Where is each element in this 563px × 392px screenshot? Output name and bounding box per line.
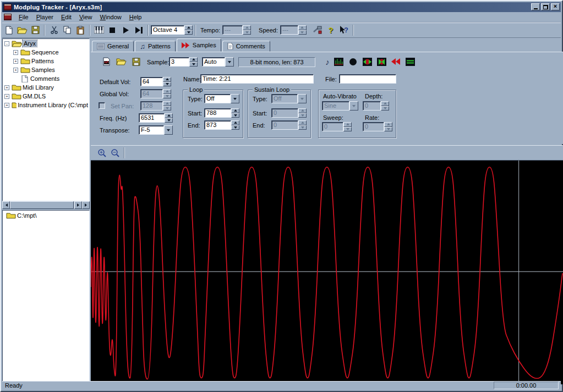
tree-item-label[interactable]: Sequence <box>30 49 60 56</box>
tab-patterns[interactable]: ♫ Patterns <box>135 41 176 52</box>
tree-item-midi-library[interactable]: + Midi Library <box>3 83 89 92</box>
speed-updown[interactable] <box>298 25 307 35</box>
menu-window[interactable]: Window <box>96 13 125 21</box>
octave-updown[interactable] <box>184 25 193 35</box>
zoom-out-button[interactable] <box>108 147 122 159</box>
default-vol-updown[interactable] <box>163 77 171 86</box>
new-sample-button[interactable] <box>100 56 113 68</box>
transpose-value[interactable]: F-5 <box>139 125 164 135</box>
default-vol-spinner[interactable]: 64 <box>140 77 171 86</box>
tree-item-label[interactable]: Patterns <box>30 58 55 64</box>
upsample-button[interactable] <box>375 56 388 68</box>
chevron-down-icon[interactable] <box>164 125 173 135</box>
tree-item-label[interactable]: Midi Library <box>21 84 55 91</box>
tree-item-aryx[interactable]: - Aryx <box>3 39 89 48</box>
library-path-label[interactable]: C:\mpt\ <box>16 212 37 219</box>
expand-icon[interactable]: + <box>4 103 9 108</box>
expand-icon[interactable]: + <box>4 94 9 99</box>
file-field[interactable] <box>339 74 396 84</box>
name-field[interactable]: Time: 2:21 <box>200 74 314 84</box>
loop-type-value[interactable]: Off <box>204 94 231 103</box>
default-vol-value[interactable]: 64 <box>140 77 163 86</box>
scroll-right-button[interactable] <box>74 201 82 209</box>
expand-icon[interactable]: + <box>13 68 18 73</box>
tab-general[interactable]: General <box>92 41 134 52</box>
pane-splitter-button[interactable] <box>82 201 90 209</box>
tree-item-instrument-library[interactable]: + Instrument Library (C:\mpt <box>3 101 89 109</box>
sample-number-value[interactable]: 3 <box>169 57 189 67</box>
minimize-button[interactable] <box>531 3 540 10</box>
expand-icon[interactable]: + <box>13 50 18 55</box>
loop-start-spinner[interactable]: 788 <box>204 108 239 118</box>
normalize-button[interactable] <box>332 56 345 68</box>
reverse-button[interactable] <box>389 56 402 68</box>
scroll-left-button[interactable] <box>2 201 10 209</box>
title-bar[interactable]: Modplug Tracker - [Aryx.s3m] × <box>2 2 561 12</box>
midi-keyboard-button[interactable] <box>92 24 106 36</box>
open-sample-button[interactable] <box>114 56 128 68</box>
expand-icon[interactable]: + <box>4 85 9 90</box>
freq-value[interactable]: 6531 <box>139 113 165 123</box>
tab-samples[interactable]: Samples <box>177 38 221 52</box>
loop-end-value[interactable]: 873 <box>204 120 231 130</box>
tree-horizontal-scrollbar[interactable] <box>2 201 90 209</box>
stop-button[interactable] <box>106 24 119 36</box>
loop-end-updown[interactable] <box>231 120 239 130</box>
set-pan-checkbox[interactable] <box>99 102 105 109</box>
transpose-combo[interactable]: F-5 <box>139 125 173 135</box>
speed-spinner[interactable]: --- <box>280 25 307 35</box>
tree-item-sequence[interactable]: + Sequence <box>3 48 89 57</box>
record-button[interactable] <box>346 56 359 68</box>
about-button[interactable]: ? <box>324 24 337 36</box>
scrollbar-thumb[interactable] <box>10 201 74 209</box>
cut-button[interactable] <box>47 24 61 36</box>
menu-view[interactable]: View <box>75 13 96 21</box>
loop-start-value[interactable]: 788 <box>204 108 231 118</box>
loop-start-updown[interactable] <box>231 108 239 118</box>
silence-button[interactable] <box>403 56 417 68</box>
tree-item-label[interactable]: Instrument Library (C:\mpt <box>17 102 89 108</box>
menu-file[interactable]: File <box>15 13 32 21</box>
restore-button[interactable] <box>541 3 550 10</box>
chevron-down-icon[interactable] <box>231 94 239 103</box>
tempo-updown[interactable] <box>243 25 251 35</box>
zoom-in-button[interactable] <box>95 147 108 159</box>
loop-end-spinner[interactable]: 873 <box>204 120 239 130</box>
play-button[interactable] <box>119 24 132 36</box>
open-file-button[interactable] <box>15 24 29 36</box>
downsample-button[interactable] <box>360 56 374 68</box>
expand-icon[interactable]: + <box>13 59 18 64</box>
freq-spinner[interactable]: 6531 <box>139 113 173 123</box>
tree-item-samples[interactable]: + Samples <box>3 65 89 74</box>
collapse-icon[interactable]: - <box>4 41 9 46</box>
tree-item-gm-dls[interactable]: + GM.DLS <box>3 92 89 101</box>
zoom-mode-value[interactable]: Auto <box>202 57 225 67</box>
freq-updown[interactable] <box>165 113 173 123</box>
context-help-button[interactable]: ? <box>337 24 351 36</box>
chevron-down-icon[interactable] <box>225 57 234 67</box>
sample-number-spinner[interactable]: 3 <box>169 57 198 67</box>
copy-button[interactable] <box>61 24 74 36</box>
instrument-library-panel[interactable]: C:\mpt\ <box>2 210 90 383</box>
save-file-button[interactable] <box>29 24 42 36</box>
module-tree[interactable]: - Aryx + Sequence + Patterns + Samples C… <box>2 38 90 201</box>
new-file-button[interactable] <box>2 24 15 36</box>
close-button[interactable]: × <box>551 3 560 10</box>
zoom-mode-combo[interactable]: Auto <box>202 57 234 67</box>
loop-type-combo[interactable]: Off <box>204 94 239 103</box>
document-icon[interactable] <box>4 14 12 20</box>
tree-item-label[interactable]: Samples <box>30 67 56 73</box>
tree-item-label[interactable]: Aryx <box>23 40 37 47</box>
library-item[interactable]: C:\mpt\ <box>3 211 89 219</box>
waveform-display[interactable] <box>91 161 563 384</box>
menu-edit[interactable]: Edit <box>57 13 75 21</box>
sample-number-updown[interactable] <box>189 57 198 67</box>
tree-item-comments[interactable]: Comments <box>3 74 89 83</box>
play-from-start-button[interactable] <box>132 24 145 36</box>
tree-item-patterns[interactable]: + Patterns <box>3 57 89 65</box>
tree-item-label[interactable]: Comments <box>29 75 61 82</box>
octave-spinner[interactable]: Octave 4 <box>151 25 193 35</box>
tempo-spinner[interactable]: --- <box>222 25 251 35</box>
tab-comments[interactable]: Comments <box>222 41 270 52</box>
tree-item-label[interactable]: GM.DLS <box>21 93 47 100</box>
